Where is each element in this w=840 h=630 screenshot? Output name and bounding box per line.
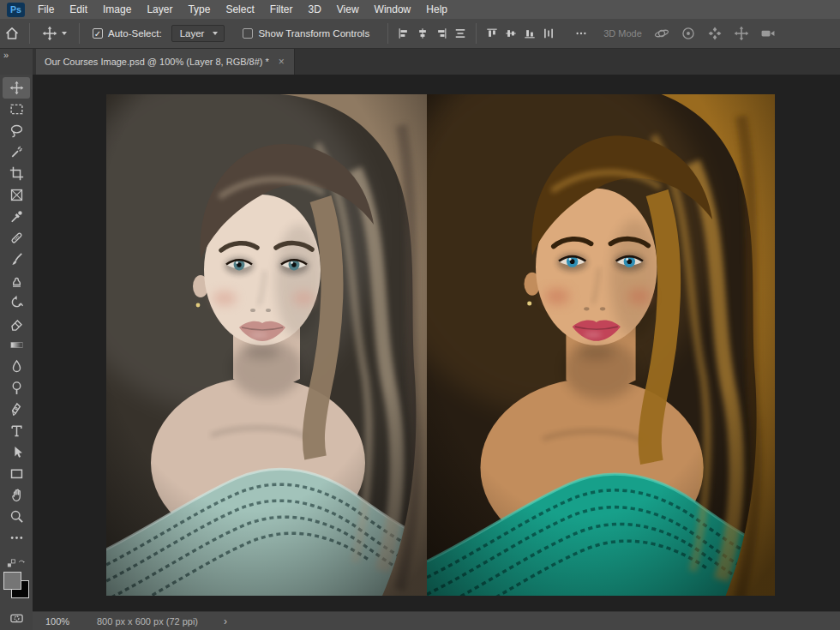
menu-edit[interactable]: Edit xyxy=(62,0,95,19)
gradient-tool-icon xyxy=(9,338,24,352)
distribute-vertical-icon[interactable] xyxy=(454,27,466,39)
document-canvas[interactable] xyxy=(33,75,840,611)
show-transform-label: Show Transform Controls xyxy=(258,28,369,39)
blur-tool-icon xyxy=(9,359,24,374)
home-icon xyxy=(4,26,20,41)
document-tab-title: Our Courses Image.psd @ 100% (Layer 8, R… xyxy=(45,57,269,67)
menu-filter[interactable]: Filter xyxy=(262,0,301,19)
swap-colors-icon[interactable] xyxy=(16,558,27,568)
type-tool[interactable] xyxy=(3,420,30,441)
zoom-level-field[interactable]: 100% xyxy=(33,616,97,627)
align-vertical-centers-icon[interactable] xyxy=(505,27,517,39)
3d-slide-icon[interactable] xyxy=(734,26,749,41)
menu-items: FileEditImageLayerTypeSelectFilter3DView… xyxy=(30,0,455,19)
3d-mode-buttons xyxy=(651,26,776,41)
more-align-options-button[interactable] xyxy=(571,25,591,42)
menu-window[interactable]: Window xyxy=(367,0,419,19)
tool-list xyxy=(3,77,30,549)
menu-file[interactable]: File xyxy=(30,0,62,19)
document-tab[interactable]: Our Courses Image.psd @ 100% (Layer 8, R… xyxy=(36,49,295,75)
3d-pan-icon[interactable] xyxy=(707,26,723,41)
align-top-edges-icon[interactable] xyxy=(486,27,498,39)
align-horizontal-centers-icon[interactable] xyxy=(417,27,429,39)
tools-panel xyxy=(0,75,33,630)
show-transform-checkbox[interactable] xyxy=(243,28,253,39)
brush-tool-icon xyxy=(9,252,24,267)
path-selection-tool[interactable] xyxy=(3,441,30,463)
pen-tool[interactable] xyxy=(3,399,30,420)
auto-select-checkbox[interactable]: ✓ xyxy=(93,28,103,39)
rectangular-marquee-tool[interactable] xyxy=(3,99,30,120)
distribute-horizontal-icon[interactable] xyxy=(543,27,555,39)
eraser-tool[interactable] xyxy=(3,313,30,334)
crop-tool-icon xyxy=(9,166,24,181)
status-options-chevron[interactable]: › xyxy=(224,615,227,627)
menu-type[interactable]: Type xyxy=(180,0,218,19)
dodge-tool[interactable] xyxy=(3,377,30,399)
tool-preset-picker[interactable] xyxy=(35,26,74,41)
tab-close-icon[interactable]: × xyxy=(278,56,285,68)
3d-roll-icon[interactable] xyxy=(681,26,696,41)
separator xyxy=(387,23,388,44)
menu-3d[interactable]: 3D xyxy=(300,0,328,19)
brush-tool[interactable] xyxy=(3,249,30,270)
history-brush-tool[interactable] xyxy=(3,291,30,313)
move-tool-icon xyxy=(42,26,57,41)
menu-help[interactable]: Help xyxy=(418,0,455,19)
document-dimensions: 800 px x 600 px (72 ppi) xyxy=(97,616,198,627)
blur-tool[interactable] xyxy=(3,356,30,377)
gradient-tool[interactable] xyxy=(3,334,30,356)
auto-select-control[interactable]: ✓ Auto-Select: xyxy=(85,28,170,39)
magic-wand-tool-icon xyxy=(9,145,24,159)
foreground-color-swatch[interactable] xyxy=(3,572,21,590)
show-transform-control[interactable]: Show Transform Controls xyxy=(235,28,377,39)
quick-mask-icon xyxy=(9,611,24,626)
hand-tool[interactable] xyxy=(3,484,30,506)
canvas-image[interactable] xyxy=(106,94,775,596)
3d-mode-label: 3D Mode xyxy=(591,28,651,39)
menu-view[interactable]: View xyxy=(329,0,367,19)
3d-orbit-icon[interactable] xyxy=(654,26,669,41)
pen-tool-icon xyxy=(9,402,24,417)
menu-bar: Ps FileEditImageLayerTypeSelectFilter3DV… xyxy=(0,0,840,19)
spot-healing-brush-tool-icon xyxy=(9,231,24,245)
lasso-tool[interactable] xyxy=(3,120,30,141)
move-tool[interactable] xyxy=(3,77,30,99)
3d-camera-icon[interactable] xyxy=(760,26,776,41)
spot-healing-brush-tool[interactable] xyxy=(3,227,30,249)
collapse-panels-chevrons[interactable]: » xyxy=(3,51,8,60)
portrait-after-photo xyxy=(427,94,775,596)
align-left-edges-icon[interactable] xyxy=(398,27,410,39)
align-right-edges-icon[interactable] xyxy=(435,27,447,39)
rectangle-tool[interactable] xyxy=(3,463,30,484)
align-group-horizontal xyxy=(393,27,471,39)
clone-stamp-tool-icon xyxy=(9,273,24,288)
clone-stamp-tool[interactable] xyxy=(3,270,30,291)
frame-tool[interactable] xyxy=(3,184,30,206)
type-tool-icon xyxy=(9,423,24,438)
menu-layer[interactable]: Layer xyxy=(139,0,180,19)
history-brush-tool-icon xyxy=(9,295,24,309)
document-tab-bar: » Our Courses Image.psd @ 100% (Layer 8,… xyxy=(0,49,840,75)
zoom-tool[interactable] xyxy=(3,506,30,527)
align-bottom-edges-icon[interactable] xyxy=(524,27,536,39)
crop-tool[interactable] xyxy=(3,163,30,184)
panel-collapse-strip: » xyxy=(0,49,33,75)
home-button[interactable] xyxy=(0,23,24,44)
align-group-vertical xyxy=(482,27,559,39)
auto-select-target-dropdown[interactable]: Layer xyxy=(171,25,225,42)
edit-toolbar[interactable] xyxy=(3,527,30,549)
menu-select[interactable]: Select xyxy=(218,0,261,19)
default-colors-icon[interactable] xyxy=(6,558,16,568)
photoshop-logo: Ps xyxy=(7,3,25,17)
ellipsis-icon xyxy=(575,27,587,39)
separator xyxy=(79,23,80,44)
photoshop-window: Ps FileEditImageLayerTypeSelectFilter3DV… xyxy=(0,0,840,630)
eraser-tool-icon xyxy=(9,316,24,331)
rectangle-tool-icon xyxy=(9,466,24,481)
magic-wand-tool[interactable] xyxy=(3,141,30,163)
quick-mask-button[interactable] xyxy=(3,608,30,629)
zoom-tool-icon xyxy=(9,509,24,524)
menu-image[interactable]: Image xyxy=(95,0,139,19)
eyedropper-tool[interactable] xyxy=(3,206,30,227)
